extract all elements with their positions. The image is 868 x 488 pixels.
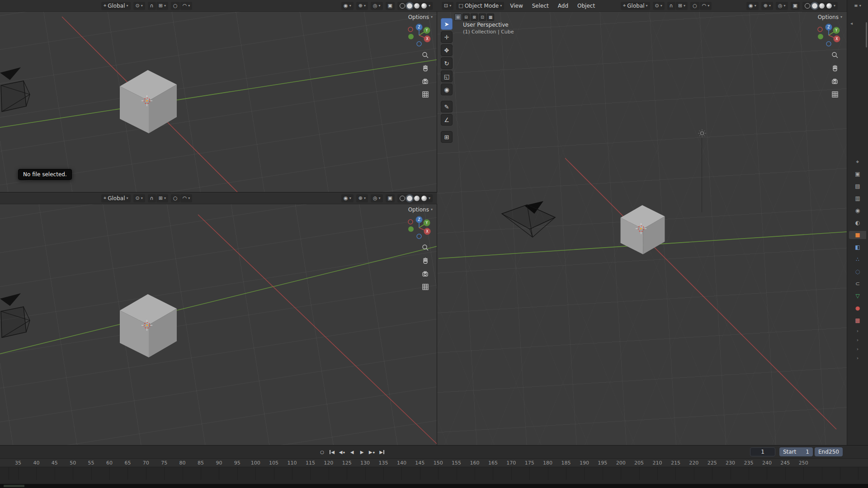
properties-tab-tool[interactable]: ⌖: [849, 158, 866, 166]
pan-hand-icon[interactable]: [421, 64, 430, 73]
mode-dropdown[interactable]: □ Object Mode ▾: [456, 2, 504, 10]
jump-to-start-button[interactable]: ◀: [328, 448, 336, 456]
menu-view[interactable]: View: [507, 3, 526, 9]
timeline-ruler[interactable]: 3540455055606570758085909510010511011512…: [0, 459, 868, 467]
shading-wireframe-button[interactable]: [400, 3, 405, 9]
chevron-down-icon[interactable]: ▾: [429, 4, 430, 8]
properties-tab-constraints[interactable]: ⊂: [849, 280, 866, 288]
properties-tab-physics[interactable]: ◌: [849, 267, 866, 276]
proportional-editing-toggle[interactable]: ○: [171, 2, 180, 10]
snap-toggle[interactable]: ∩: [148, 2, 156, 10]
overlays-dropdown[interactable]: ◎▾: [371, 2, 383, 10]
menu-select[interactable]: Select: [529, 3, 552, 9]
autokey-toggle[interactable]: ○: [318, 448, 326, 456]
snap-toggle[interactable]: ∩: [148, 194, 156, 202]
orthographic-toggle-icon[interactable]: [830, 90, 840, 99]
shading-material-button[interactable]: [414, 196, 420, 201]
shading-solid-button[interactable]: [812, 3, 817, 9]
properties-tab-render[interactable]: ▣: [849, 170, 866, 178]
properties-tab-particles[interactable]: ∴: [849, 255, 866, 263]
jump-to-end-button[interactable]: ▶: [378, 448, 386, 456]
camera-view-icon[interactable]: [421, 269, 430, 278]
properties-scrollbar[interactable]: [866, 22, 867, 47]
next-keyframe-button[interactable]: ▶: [368, 448, 376, 456]
properties-tab-object[interactable]: ■: [849, 231, 866, 239]
snap-target-dropdown[interactable]: ⊞ ▾: [676, 2, 688, 10]
properties-tab-output[interactable]: ▤: [849, 182, 866, 190]
select-mode-button-1[interactable]: ⊟: [462, 14, 470, 21]
shading-solid-button[interactable]: [407, 3, 412, 9]
transform-orientation-dropdown[interactable]: ⌖ Global ▾: [101, 2, 131, 10]
proportional-editing-toggle[interactable]: ○: [690, 2, 699, 10]
chevron-down-icon[interactable]: ▾: [429, 197, 430, 200]
chevron-down-icon[interactable]: ▾: [834, 4, 835, 8]
properties-tab-scene[interactable]: ◉: [849, 206, 866, 215]
shading-wireframe-button[interactable]: [400, 196, 405, 201]
snap-target-dropdown[interactable]: ⊞ ▾: [156, 2, 168, 10]
xray-toggle[interactable]: ▣: [386, 2, 395, 10]
camera-view-icon[interactable]: [830, 77, 840, 86]
properties-editor-dropdown[interactable]: ≡ ▾: [847, 0, 868, 8]
menu-object[interactable]: Object: [574, 3, 598, 9]
proportional-falloff-dropdown[interactable]: ◠ ▾: [700, 2, 712, 10]
frame-start-field[interactable]: Start 1: [779, 447, 813, 456]
gizmos-dropdown[interactable]: ⊕▾: [356, 194, 368, 202]
play-reverse-button[interactable]: ◀: [348, 448, 356, 456]
add-cube-tool[interactable]: ⊞: [441, 131, 453, 143]
select-mode-button-2[interactable]: ⊠: [471, 14, 478, 21]
shading-material-button[interactable]: [819, 3, 825, 9]
select-mode-button-3[interactable]: ⊡: [479, 14, 486, 21]
show-gizmo-dropdown[interactable]: ◉▾: [341, 2, 354, 10]
shading-rendered-button[interactable]: [421, 3, 427, 9]
options-dropdown[interactable]: Options ▾: [818, 14, 842, 20]
play-button[interactable]: ▶: [358, 448, 366, 456]
frame-end-field[interactable]: End 250: [815, 447, 843, 456]
snap-target-dropdown[interactable]: ⊞ ▾: [156, 194, 168, 202]
navigation-gizmo[interactable]: Z Y X: [816, 23, 841, 48]
transform-orientation-dropdown[interactable]: ⌖ Global ▾: [101, 194, 131, 202]
cursor-tool[interactable]: ✛: [441, 31, 453, 43]
collapsed-panel-chevron-icon[interactable]: ›: [857, 328, 859, 333]
properties-tab-material[interactable]: ●: [849, 304, 866, 312]
transform-orientation-dropdown[interactable]: ⌖ Global ▾: [621, 2, 650, 10]
proportional-falloff-dropdown[interactable]: ◠ ▾: [180, 2, 193, 10]
shading-wireframe-button[interactable]: [805, 3, 810, 9]
properties-tab-object-data[interactable]: ▽: [849, 292, 866, 300]
pan-hand-icon[interactable]: [421, 256, 430, 265]
navigation-gizmo[interactable]: Z Y X: [406, 23, 432, 48]
select-box-tool[interactable]: ➤: [441, 18, 453, 30]
orthographic-toggle-icon[interactable]: [421, 90, 430, 99]
orthographic-toggle-icon[interactable]: [421, 282, 430, 291]
transform-tool[interactable]: ◉: [441, 84, 453, 95]
zoom-icon[interactable]: [830, 51, 840, 60]
editor-type-dropdown[interactable]: ⊡ ▾: [442, 2, 453, 10]
overlays-dropdown[interactable]: ◎▾: [371, 194, 383, 202]
shading-rendered-button[interactable]: [826, 3, 832, 9]
shading-material-button[interactable]: [414, 3, 420, 9]
properties-tab-world[interactable]: ◐: [849, 219, 866, 227]
shading-solid-button[interactable]: [407, 196, 412, 201]
options-dropdown[interactable]: Options ▾: [408, 14, 433, 20]
overlays-dropdown[interactable]: ◎▾: [776, 2, 788, 10]
show-gizmo-dropdown[interactable]: ◉▾: [341, 194, 354, 202]
camera-view-icon[interactable]: [421, 77, 430, 86]
snap-toggle[interactable]: ∩: [667, 2, 675, 10]
properties-tab-view-layer[interactable]: ▥: [849, 194, 866, 202]
gizmos-dropdown[interactable]: ⊕▾: [761, 2, 773, 10]
scale-tool[interactable]: ◱: [441, 70, 453, 82]
timeline-tracks[interactable]: [0, 467, 868, 480]
collapsed-panel-chevron-icon[interactable]: ›: [857, 338, 859, 343]
pan-hand-icon[interactable]: [830, 64, 840, 73]
pivot-point-dropdown[interactable]: ⊙ ▾: [653, 2, 665, 10]
options-dropdown[interactable]: Options ▾: [408, 206, 433, 213]
pivot-point-dropdown[interactable]: ⊙ ▾: [133, 194, 145, 202]
measure-tool[interactable]: ∠: [441, 114, 453, 126]
xray-toggle[interactable]: ▣: [791, 2, 800, 10]
current-frame-field[interactable]: 1: [750, 447, 775, 456]
menu-add[interactable]: Add: [555, 3, 571, 9]
xray-toggle[interactable]: ▣: [386, 194, 395, 202]
annotate-tool[interactable]: ✎: [441, 101, 453, 113]
pivot-point-dropdown[interactable]: ⊙ ▾: [133, 2, 145, 10]
move-tool[interactable]: ✥: [441, 44, 453, 56]
chevron-left-icon[interactable]: ◂: [850, 21, 853, 26]
